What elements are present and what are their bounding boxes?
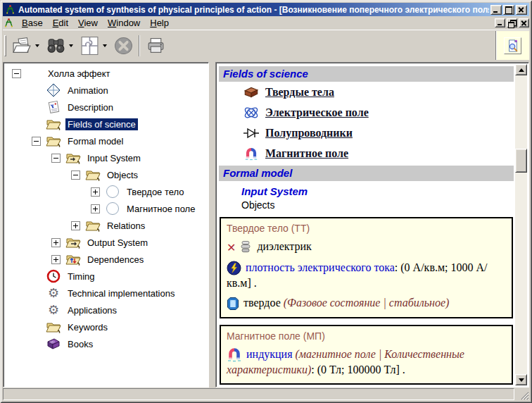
puzzle-icon (80, 36, 100, 56)
stop-icon (113, 36, 134, 56)
content-panel: Fields of science Твердые тела Электриче… (215, 62, 529, 388)
toolbar (3, 30, 529, 61)
folder-icon (84, 218, 101, 233)
tree-item-keywords[interactable]: Keywords (5, 318, 207, 335)
tree-item-output-system[interactable]: Output System (5, 234, 207, 251)
triangle-down-icon (519, 378, 524, 382)
mdi-restore-button[interactable] (507, 18, 517, 27)
property-link[interactable]: плотность электрического тока (246, 261, 395, 273)
card-row-phase-state: твердое (Фазовое состояние | стабильное) (227, 295, 505, 311)
folder-in-icon (65, 150, 82, 166)
menu-help[interactable]: Help (145, 17, 174, 29)
field-link-magnetic-field[interactable]: Магнитное поле (265, 147, 348, 160)
insulator-icon (239, 240, 253, 254)
open-dropdown-arrow[interactable] (35, 44, 39, 47)
object-card-magnetic-field: Магнитное поле (МП) индукция (магнитное … (220, 325, 513, 385)
folder-icon (45, 116, 62, 132)
statusbar (3, 388, 529, 400)
field-link-semiconductors[interactable]: Полупроводники (265, 127, 353, 140)
expand-toggle[interactable] (71, 221, 80, 230)
expand-toggle[interactable] (51, 255, 61, 264)
grip-lines-icon (519, 390, 529, 400)
card-title: Магнитное поле (МП) (227, 330, 505, 342)
card-row-induction: индукция (магнитное поле | Количественны… (227, 347, 505, 377)
tree-item-fields-of-science[interactable]: Fields of science (5, 116, 207, 132)
collapse-toggle[interactable] (51, 154, 61, 163)
titlebar: Automated system of synthesis of physica… (3, 3, 529, 16)
field-link-electric-field[interactable]: Электрическое поле (265, 106, 369, 119)
gem-icon (227, 297, 239, 311)
field-link-row: Полупроводники (241, 123, 515, 143)
folder-icon (84, 167, 101, 182)
mdi-close-button[interactable] (519, 18, 529, 27)
scroll-up-button[interactable] (515, 64, 527, 75)
content-document: Fields of science Твердые тела Электриче… (217, 64, 515, 385)
expand-toggle[interactable] (91, 187, 100, 197)
expand-toggle[interactable] (51, 238, 61, 247)
tree-item-magnitnoe-pole[interactable]: Магнитное поле (5, 200, 207, 217)
tree-item-animation[interactable]: Animation (5, 82, 207, 99)
tree-item-input-system[interactable]: Input System (5, 149, 207, 166)
synthesis-dropdown-arrow[interactable] (103, 44, 107, 47)
vertical-scrollbar[interactable] (515, 64, 527, 385)
note-icon (45, 99, 62, 115)
menu-window[interactable]: Window (103, 17, 145, 29)
tree-item-tverdoe-telo[interactable]: Твердое тело (5, 183, 207, 200)
toolbar-grip[interactable] (4, 35, 6, 56)
close-button[interactable] (516, 5, 527, 15)
expand-toggle[interactable] (91, 204, 100, 213)
collapse-toggle[interactable] (71, 170, 80, 180)
triangle-up-icon (519, 68, 524, 72)
tree-item-formal-model[interactable]: Formal model (5, 132, 207, 149)
resize-grip[interactable] (517, 388, 529, 400)
tree-item-books[interactable]: Books (5, 335, 207, 352)
mdi-minimize-button[interactable] (495, 18, 505, 27)
menu-base[interactable]: Base (17, 17, 48, 29)
field-link-solids[interactable]: Твердые тела (265, 86, 334, 99)
tree-item-root[interactable]: Холла эффект (5, 65, 207, 82)
tree-item-dependences[interactable]: Dependences (5, 251, 207, 268)
folder-dep-icon (65, 252, 82, 267)
preview-button[interactable] (504, 37, 521, 54)
section-header-formal-model: Formal model (219, 166, 514, 181)
card-title: Твердое тело (ТТ) (227, 223, 505, 234)
magnet-icon (241, 147, 261, 161)
lightning-icon (227, 261, 241, 275)
mdi-child-icon[interactable] (4, 18, 14, 28)
app-window: Automated system of synthesis of physica… (0, 0, 532, 403)
document-magnifier-icon (507, 39, 519, 52)
tree-item-technical-implementations[interactable]: ⚙ Technical implementations (5, 285, 207, 302)
search-dropdown-arrow[interactable] (69, 44, 73, 47)
toolbar-separator (139, 35, 140, 56)
print-button[interactable] (143, 32, 168, 59)
magnet-icon (227, 347, 242, 362)
menubar: Base Edit View Window Help (3, 16, 529, 30)
stop-button (110, 32, 136, 59)
binoculars-icon (46, 36, 66, 56)
tree-item-description[interactable]: Description (5, 99, 207, 116)
tree-item-relations[interactable]: Relations (5, 217, 207, 234)
brick-icon (241, 85, 261, 100)
diamond-icon (45, 82, 62, 98)
tree-item-applications[interactable]: ⚙ Applications (5, 302, 207, 318)
scroll-down-button[interactable] (515, 374, 527, 385)
collapse-toggle[interactable] (12, 69, 21, 78)
open-button[interactable] (9, 32, 34, 59)
gear-icon: ⚙ (45, 285, 62, 301)
property-link[interactable]: индукция (246, 348, 293, 360)
tree-item-timing[interactable]: Timing (5, 268, 207, 285)
scrollbar-thumb[interactable] (515, 149, 527, 173)
object-card-solid-body: Твердое тело (ТТ) ✕диэлектрик плотность … (220, 217, 513, 318)
tree-item-objects[interactable]: Objects (5, 166, 207, 183)
minimize-button[interactable] (490, 5, 502, 15)
field-link-row: Электрическое поле (241, 102, 515, 123)
maximize-button[interactable] (503, 5, 514, 15)
menu-edit[interactable]: Edit (48, 17, 73, 29)
search-button[interactable] (43, 32, 68, 59)
field-link-row: Твердые тела (241, 82, 515, 102)
collapse-toggle[interactable] (32, 137, 41, 146)
sphere-icon (104, 184, 121, 199)
open-folder-icon (12, 36, 32, 56)
menu-view[interactable]: View (73, 17, 103, 29)
synthesis-button[interactable] (77, 32, 102, 59)
